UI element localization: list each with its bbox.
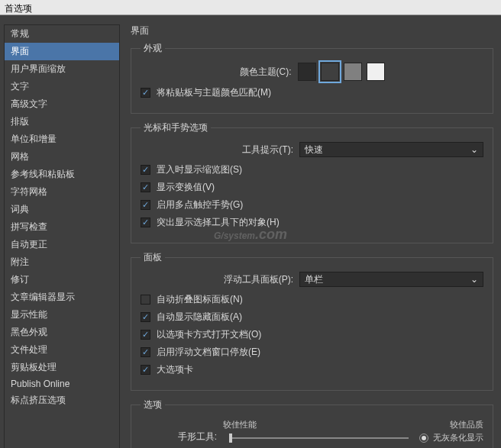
chevron-down-icon: ⌄	[470, 144, 478, 155]
panels-legend: 面板	[141, 251, 165, 264]
page-title: 界面	[131, 24, 493, 37]
sidebar-item[interactable]: 修订	[5, 271, 119, 288]
options-legend: 选项	[141, 398, 165, 411]
checkbox[interactable]	[141, 295, 150, 305]
sidebar-item[interactable]: 界面	[5, 43, 119, 60]
sidebar-item[interactable]: 文件处理	[5, 341, 119, 359]
checkbox[interactable]	[141, 165, 150, 175]
sidebar-item[interactable]: 标点挤压选项	[5, 392, 119, 409]
sidebar-item[interactable]: 排版	[5, 113, 119, 131]
sidebar-item[interactable]: 黑色外观	[5, 324, 119, 341]
options-group: 选项 手形工具: 较佳性能 较佳品质 无灰条化显示	[131, 398, 493, 448]
match-pasteboard-label: 将粘贴板与主题颜色匹配(M)	[157, 86, 271, 99]
slider-thumb[interactable]	[229, 433, 232, 443]
color-swatch[interactable]	[321, 63, 339, 81]
color-swatch[interactable]	[367, 63, 385, 81]
sidebar-item[interactable]: 单位和增量	[5, 131, 119, 148]
color-swatch[interactable]	[298, 63, 316, 81]
sidebar-item[interactable]: 高级文字	[5, 95, 119, 113]
cursor-group: 光标和手势选项 工具提示(T): 快速 ⌄ 置入时显示缩览图(S)显示变换值(V…	[131, 121, 493, 243]
sidebar-item[interactable]: 用户界面缩放	[5, 60, 119, 78]
appearance-group: 外观 颜色主题(C): 将粘贴板与主题颜色匹配(M)	[131, 42, 493, 114]
checkbox-label: 置入时显示缩览图(S)	[157, 163, 242, 176]
sidebar-item[interactable]: 网格	[5, 148, 119, 166]
sidebar-item[interactable]: 字符网格	[5, 183, 119, 201]
checkbox-label: 启用浮动文档窗口停放(E)	[157, 346, 260, 359]
color-swatch[interactable]	[344, 63, 362, 81]
sidebar-item[interactable]: 参考线和粘贴板	[5, 166, 119, 183]
title-bar: 首选项	[0, 0, 501, 15]
tooltip-label: 工具提示(T):	[141, 143, 293, 156]
checkbox[interactable]	[141, 200, 150, 210]
checkbox[interactable]	[141, 218, 150, 227]
color-theme-swatches	[298, 63, 385, 81]
no-greek-label: 无灰条化显示	[433, 432, 483, 443]
sidebar-item[interactable]: 附注	[5, 253, 119, 271]
sidebar-item[interactable]: 文字	[5, 78, 119, 95]
checkbox[interactable]	[141, 182, 150, 192]
sidebar-item[interactable]: 剪贴板处理	[5, 359, 119, 376]
hand-tool-slider[interactable]	[229, 437, 409, 439]
checkbox[interactable]	[141, 365, 150, 375]
color-theme-label: 颜色主题(C):	[240, 66, 292, 79]
panels-group: 面板 浮动工具面板(P): 单栏 ⌄ 自动折叠图标面板(N)自动显示隐藏面板(A…	[131, 251, 493, 391]
checkbox-label: 自动显示隐藏面板(A)	[157, 311, 242, 324]
sidebar-item[interactable]: 词典	[5, 201, 119, 218]
checkbox-label: 以选项卡方式打开文档(O)	[157, 328, 261, 341]
sidebar: 常规界面用户界面缩放文字高级文字排版单位和增量网格参考线和粘贴板字符网格词典拼写…	[4, 24, 120, 448]
better-quality-label: 较佳品质	[450, 419, 483, 430]
checkbox-label: 大选项卡	[157, 363, 193, 376]
checkbox[interactable]	[141, 312, 150, 322]
tooltip-value: 快速	[305, 143, 323, 156]
chevron-down-icon: ⌄	[470, 274, 478, 285]
sidebar-item[interactable]: 自动更正	[5, 236, 119, 253]
checkbox-label: 启用多点触控手势(G)	[157, 198, 243, 211]
hand-tool-label: 手形工具:	[141, 430, 217, 443]
match-pasteboard-checkbox[interactable]	[141, 88, 150, 98]
checkbox[interactable]	[141, 347, 150, 357]
sidebar-item[interactable]: 显示性能	[5, 306, 119, 324]
content-panel: 界面 外观 颜色主题(C): 将粘贴板与主题颜色匹配(M) 光标和手势选项 工具…	[120, 24, 501, 448]
sidebar-item[interactable]: 文章编辑器显示	[5, 288, 119, 306]
main-layout: 常规界面用户界面缩放文字高级文字排版单位和增量网格参考线和粘贴板字符网格词典拼写…	[0, 15, 501, 448]
checkbox-label: 自动折叠图标面板(N)	[157, 293, 243, 306]
checkbox-label: 突出显示选择工具下的对象(H)	[157, 216, 280, 229]
no-greek-radio[interactable]	[419, 433, 428, 443]
sidebar-item[interactable]: Publish Online	[5, 376, 119, 392]
sidebar-item[interactable]: 拼写检查	[5, 218, 119, 236]
checkbox-label: 显示变换值(V)	[157, 181, 215, 194]
floating-tools-value: 单栏	[305, 273, 323, 286]
sidebar-item[interactable]: 常规	[5, 25, 119, 43]
cursor-legend: 光标和手势选项	[141, 121, 211, 134]
appearance-legend: 外观	[141, 42, 165, 55]
floating-tools-label: 浮动工具面板(P):	[141, 273, 293, 286]
checkbox[interactable]	[141, 330, 150, 340]
better-performance-label: 较佳性能	[223, 419, 257, 430]
tooltip-select[interactable]: 快速 ⌄	[299, 142, 483, 157]
floating-tools-select[interactable]: 单栏 ⌄	[299, 272, 483, 287]
window-title: 首选项	[5, 3, 32, 14]
